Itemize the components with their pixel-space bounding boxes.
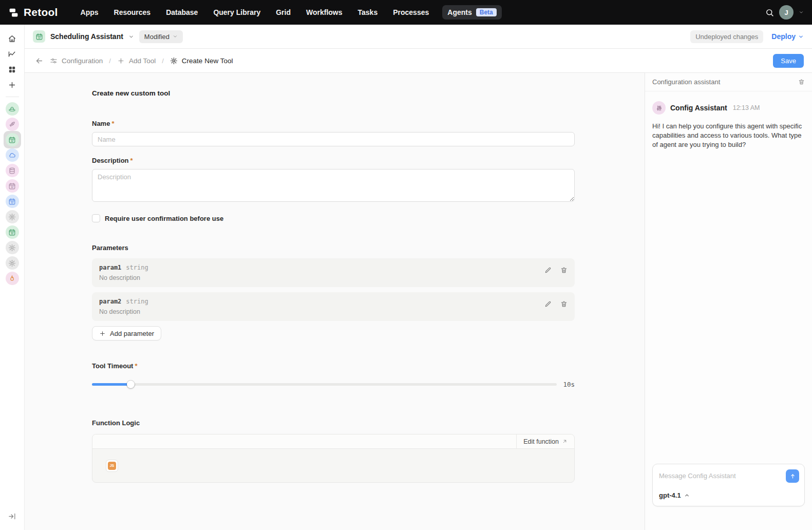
model-name: gpt-4.1 bbox=[659, 491, 681, 499]
deploy-button[interactable]: Deploy bbox=[771, 32, 804, 41]
breadcrumb-separator: / bbox=[109, 57, 111, 65]
name-label-text: Name bbox=[92, 120, 110, 127]
delete-parameter-icon[interactable] bbox=[560, 267, 568, 274]
edit-parameter-icon[interactable] bbox=[544, 300, 552, 308]
calendar-icon: 12 bbox=[6, 195, 19, 208]
beta-badge: Beta bbox=[476, 8, 497, 16]
app-icon-hat[interactable] bbox=[4, 101, 21, 117]
nav-item-database[interactable]: Database bbox=[166, 8, 198, 16]
app-icon-gear-3[interactable] bbox=[4, 255, 21, 271]
save-button[interactable]: Save bbox=[773, 54, 804, 68]
app-icon-database[interactable] bbox=[4, 163, 21, 178]
svg-text:12: 12 bbox=[37, 36, 41, 39]
gear-icon bbox=[6, 256, 19, 270]
app-header-bar: 12 Scheduling Assistant Modified Undeplo… bbox=[25, 25, 812, 49]
required-asterisk: * bbox=[135, 362, 137, 370]
hat-icon bbox=[6, 102, 19, 116]
undeployed-changes-badge: Undeployed changes bbox=[690, 30, 763, 43]
add-parameter-button[interactable]: Add parameter bbox=[92, 326, 161, 340]
app-icon-calendar-green[interactable]: 12 bbox=[4, 224, 21, 240]
avatar-initial: J bbox=[784, 9, 788, 16]
nav-item-workflows[interactable]: Workflows bbox=[306, 8, 343, 16]
retool-logo[interactable]: Retool bbox=[8, 6, 58, 18]
assistant-panel-header: Configuration assistant bbox=[645, 73, 812, 91]
assistant-footer: gpt-4.1 bbox=[645, 464, 812, 530]
status-badge[interactable]: Modified bbox=[139, 30, 183, 43]
app-icon-gear-1[interactable] bbox=[4, 209, 21, 224]
app-icon-calendar-blue[interactable]: 12 bbox=[4, 194, 21, 209]
nav-item-apps[interactable]: Apps bbox=[81, 8, 99, 16]
analytics-icon[interactable] bbox=[4, 46, 21, 62]
app-icon-cloud[interactable] bbox=[4, 147, 21, 163]
app-icon-rocket[interactable] bbox=[4, 117, 21, 132]
agent-chevron-down-icon[interactable] bbox=[128, 34, 134, 40]
send-message-icon[interactable] bbox=[786, 469, 799, 483]
description-label: Description * bbox=[92, 157, 575, 164]
message-composer: gpt-4.1 bbox=[652, 464, 805, 506]
nav-item-processes[interactable]: Processes bbox=[393, 8, 429, 16]
confirmation-checkbox-row[interactable]: Require user confirmation before use bbox=[92, 214, 575, 222]
home-icon[interactable] bbox=[4, 31, 21, 46]
breadcrumb-add-tool[interactable]: Add Tool bbox=[117, 57, 156, 65]
status-badge-label: Modified bbox=[144, 33, 169, 41]
create-tool-form: Create new custom tool Name * Descriptio… bbox=[92, 89, 575, 483]
model-selector[interactable]: gpt-4.1 bbox=[659, 491, 799, 499]
timeout-label: Tool Timeout * bbox=[92, 362, 575, 370]
timeout-slider-handle[interactable] bbox=[127, 381, 135, 388]
parameter-row: param2 string No description bbox=[92, 292, 575, 321]
assistant-chat-area: Config Assistant 12:13 AM Hi! I can help… bbox=[645, 91, 812, 464]
edit-function-label: Edit function bbox=[523, 438, 559, 445]
add-icon[interactable] bbox=[4, 77, 21, 92]
database-icon bbox=[6, 164, 19, 177]
confirmation-checkbox[interactable] bbox=[92, 214, 100, 222]
nav-item-resources[interactable]: Resources bbox=[114, 8, 151, 16]
plus-icon bbox=[99, 330, 106, 337]
parameter-info: param2 string No description bbox=[99, 298, 544, 315]
agent-calendar-icon: 12 bbox=[33, 30, 45, 43]
delete-parameter-icon[interactable] bbox=[560, 300, 568, 308]
edit-function-button[interactable]: Edit function bbox=[516, 434, 574, 448]
rail-divider bbox=[6, 97, 19, 97]
retool-logo-icon bbox=[8, 7, 19, 18]
timeout-value: 10s bbox=[563, 381, 575, 388]
app-icon-calendar-current[interactable]: 12 bbox=[4, 131, 21, 148]
edit-parameter-icon[interactable] bbox=[544, 267, 552, 274]
app-icon-flame[interactable] bbox=[4, 271, 21, 286]
gear-icon bbox=[6, 241, 19, 254]
calendar-icon: 12 bbox=[6, 225, 19, 239]
expand-rail-icon[interactable] bbox=[4, 508, 21, 524]
avatar[interactable]: J bbox=[779, 5, 794, 20]
add-parameter-label: Add parameter bbox=[110, 330, 154, 337]
nav-item-tasks[interactable]: Tasks bbox=[358, 8, 378, 16]
name-input[interactable] bbox=[92, 132, 575, 146]
nav-item-grid[interactable]: Grid bbox=[276, 8, 291, 16]
breadcrumb-configuration-label: Configuration bbox=[62, 57, 103, 65]
account-chevron-down-icon[interactable] bbox=[799, 10, 804, 15]
app-header-right: Undeployed changes Deploy bbox=[690, 30, 804, 43]
app-icon-calendar-pink[interactable]: 12 bbox=[4, 178, 21, 194]
calendar-icon: 12 bbox=[6, 179, 19, 193]
nav-item-agents-label: Agents bbox=[447, 8, 471, 16]
nav-item-agents[interactable]: Agents Beta bbox=[442, 5, 501, 20]
confirmation-checkbox-label: Require user confirmation before use bbox=[105, 215, 223, 222]
breadcrumb-configuration[interactable]: Configuration bbox=[50, 57, 103, 65]
description-input[interactable] bbox=[92, 169, 575, 202]
clear-chat-icon[interactable] bbox=[798, 79, 805, 85]
parameter-type: string bbox=[126, 264, 148, 271]
js-block[interactable]: JS bbox=[106, 460, 118, 472]
function-logic-body: JS bbox=[92, 449, 574, 482]
breadcrumb-current-label: Create New Tool bbox=[182, 57, 233, 65]
agent-name[interactable]: Scheduling Assistant bbox=[50, 32, 123, 41]
svg-text:12: 12 bbox=[11, 201, 14, 204]
app-icon-gear-2[interactable] bbox=[4, 240, 21, 255]
description-label-text: Description bbox=[92, 157, 129, 164]
assistant-message-text: Hi! I can help you configure this agent … bbox=[652, 122, 805, 149]
search-icon[interactable] bbox=[765, 8, 774, 17]
timeout-slider[interactable] bbox=[92, 383, 557, 386]
nav-item-query-library[interactable]: Query Library bbox=[213, 8, 260, 16]
apps-grid-icon[interactable] bbox=[4, 62, 21, 77]
back-arrow-icon[interactable] bbox=[35, 56, 44, 65]
assistant-message-input[interactable] bbox=[659, 469, 782, 480]
chevron-up-icon bbox=[684, 493, 690, 498]
content-row: Create new custom tool Name * Descriptio… bbox=[25, 73, 812, 530]
